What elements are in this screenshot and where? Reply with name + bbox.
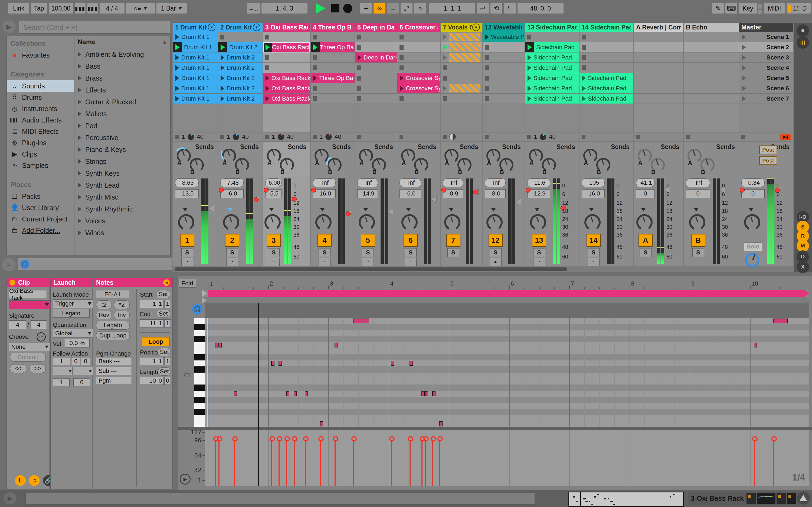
- clip-stop-button[interactable]: [485, 45, 489, 50]
- clip-slot[interactable]: Sidechain Pad: [525, 73, 579, 83]
- clip-slot[interactable]: [441, 94, 482, 104]
- piano-key-F0[interactable]: [194, 415, 205, 421]
- track-activator-button[interactable]: 5: [361, 234, 375, 246]
- arm-button[interactable]: ◔: [318, 258, 331, 266]
- clip-play-button[interactable]: [263, 42, 272, 52]
- midi-note[interactable]: [425, 391, 428, 396]
- clip-slot[interactable]: [441, 42, 482, 52]
- velocity-stem[interactable]: [754, 440, 755, 486]
- device-thumbnails[interactable]: [747, 493, 796, 504]
- clip-slot[interactable]: Oxi Bass Rack: [263, 73, 310, 83]
- clip-stop-button[interactable]: [485, 96, 489, 101]
- clip-stop-button[interactable]: [265, 35, 269, 40]
- clip-slot[interactable]: [355, 32, 397, 42]
- clip-slot[interactable]: Oxi Bass Rack: [263, 83, 310, 94]
- device-thumbnail[interactable]: [787, 493, 796, 504]
- midi-note[interactable]: [305, 391, 308, 396]
- back-to-arrangement-button[interactable]: ←: [387, 3, 399, 13]
- clip-slot[interactable]: [397, 94, 440, 104]
- clip-stop-button[interactable]: [582, 65, 586, 70]
- arrangement-position-field[interactable]: 1. 4. 3: [261, 3, 307, 13]
- clip-stop-button[interactable]: [357, 45, 361, 50]
- scene-play-icon[interactable]: [742, 45, 746, 50]
- note-grid[interactable]: [205, 318, 809, 427]
- midi-note[interactable]: [234, 391, 237, 396]
- track-header[interactable]: 6 Crossover Sy: [397, 23, 440, 32]
- expand-triangle-icon[interactable]: [78, 52, 82, 57]
- clip-slot[interactable]: [684, 32, 739, 42]
- track-header[interactable]: 1 Drum Kit▼: [173, 23, 218, 32]
- clip-play-button[interactable]: [265, 96, 269, 101]
- clip-slot[interactable]: Sidechain Pad: [525, 94, 579, 104]
- groove-chooser[interactable]: None: [9, 343, 51, 351]
- clip-play-button[interactable]: [527, 75, 531, 81]
- loop-switch-button[interactable]: ⟲: [491, 3, 502, 13]
- track-header[interactable]: 4 Three Op Ba: [311, 23, 355, 32]
- piano-key-F#1[interactable]: [194, 336, 205, 342]
- follow-time-six-field[interactable]: 0: [81, 357, 90, 365]
- clip-slot[interactable]: [684, 73, 739, 83]
- peak-level-field[interactable]: -8.63: [175, 178, 199, 187]
- position-bars-field[interactable]: 1: [140, 357, 158, 365]
- midi-note[interactable]: [754, 343, 757, 347]
- clip-stop-button[interactable]: [265, 55, 269, 60]
- clip-slot[interactable]: Drum Kit 1: [173, 83, 218, 94]
- sidebar-item-samples[interactable]: ∿Samples: [7, 160, 74, 171]
- clip-slot[interactable]: [525, 32, 579, 42]
- track-header[interactable]: 13 Sidechain Pad: [525, 23, 579, 32]
- clip-stop-button[interactable]: [485, 65, 489, 70]
- clip-notes-toggle-icon[interactable]: ♫: [29, 475, 40, 486]
- piano-key-E1[interactable]: [194, 348, 205, 354]
- clip-play-button[interactable]: [582, 86, 586, 91]
- clip-play-button[interactable]: [220, 65, 224, 70]
- expand-triangle-icon[interactable]: [78, 88, 82, 92]
- piano-key-C1[interactable]: [194, 373, 205, 379]
- peak-level-field[interactable]: -105: [582, 178, 605, 187]
- velocity-stem[interactable]: [439, 440, 440, 486]
- track-activator-button[interactable]: 2: [225, 234, 239, 246]
- hot-swap-icon[interactable]: ≈: [2, 258, 16, 272]
- clip-slot[interactable]: [634, 52, 683, 63]
- clip-slot[interactable]: Sidechain Pad: [579, 83, 633, 94]
- clip-slot[interactable]: [355, 83, 397, 94]
- clip-slot[interactable]: Sidechain Pad: [525, 83, 579, 94]
- velocity-stem[interactable]: [218, 440, 219, 486]
- tap-tempo-button[interactable]: Tap: [31, 3, 47, 13]
- list-item[interactable]: Brass: [74, 72, 170, 84]
- piano-key-A1[interactable]: [194, 318, 205, 324]
- volume-field[interactable]: 0: [686, 189, 710, 198]
- piano-key-G0[interactable]: [194, 403, 205, 409]
- track-activator-button[interactable]: 12: [489, 234, 503, 246]
- list-item[interactable]: Synth Lead: [74, 179, 170, 191]
- midi-note[interactable]: [409, 361, 413, 365]
- clip-slot[interactable]: [441, 83, 482, 94]
- velocity-stem[interactable]: [278, 440, 280, 486]
- clip-slot[interactable]: [684, 52, 739, 63]
- volume-fader-handle[interactable]: [431, 196, 436, 203]
- clip-play-button[interactable]: [358, 55, 361, 60]
- list-item[interactable]: Mallets: [74, 108, 170, 120]
- scene-play-icon[interactable]: [742, 96, 746, 101]
- midi-note[interactable]: [294, 391, 297, 396]
- launch-mode-chooser[interactable]: Trigger: [53, 299, 94, 308]
- pan-knob[interactable]: [178, 214, 194, 230]
- peak-level-field[interactable]: -7.48: [220, 178, 244, 187]
- clip-play-button[interactable]: [220, 86, 224, 91]
- preview-headphone-icon[interactable]: 🎧: [192, 304, 202, 314]
- clip-play-button[interactable]: [220, 96, 224, 101]
- record-button[interactable]: [343, 4, 352, 13]
- preview-headphone-icon[interactable]: 🎧: [20, 260, 30, 269]
- clip-slot[interactable]: [579, 42, 633, 52]
- signature-numerator-field[interactable]: 4: [9, 321, 26, 329]
- piano-key-C#1[interactable]: [194, 367, 205, 373]
- lane-separator[interactable]: [178, 427, 812, 430]
- clip-slot[interactable]: [311, 32, 355, 42]
- velocity-stem[interactable]: [215, 440, 216, 486]
- clip-slot[interactable]: [397, 42, 440, 52]
- clip-slot[interactable]: Crossover Sy: [397, 73, 440, 83]
- track-activator-button[interactable]: 6: [404, 234, 418, 246]
- slot-play-icon[interactable]: [443, 55, 447, 60]
- clip-play-button[interactable]: [582, 75, 586, 81]
- clip-slot[interactable]: [579, 32, 633, 42]
- arm-button[interactable]: ◔: [268, 258, 280, 266]
